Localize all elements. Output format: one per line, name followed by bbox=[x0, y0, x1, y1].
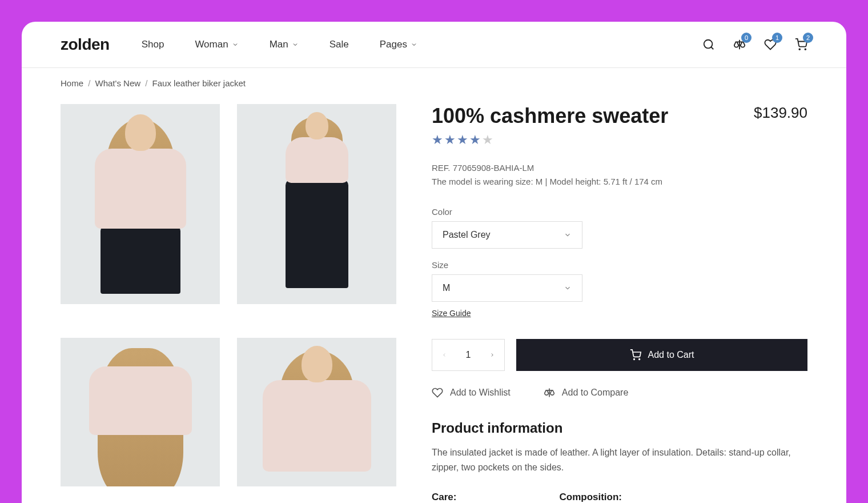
star-icon: ★ bbox=[432, 133, 444, 147]
product-description: The insulated jacket is made of leather.… bbox=[432, 445, 807, 474]
nav-sale[interactable]: Sale bbox=[329, 39, 349, 50]
product-price: $139.90 bbox=[754, 104, 807, 122]
chevron-left-icon bbox=[441, 351, 447, 359]
qty-decrease-button[interactable] bbox=[432, 340, 456, 370]
chevron-down-icon bbox=[232, 41, 239, 48]
color-label: Color bbox=[432, 207, 807, 217]
product-image-3[interactable] bbox=[61, 338, 220, 486]
nav-pages[interactable]: Pages bbox=[380, 39, 417, 50]
quantity-value: 1 bbox=[456, 350, 480, 360]
search-icon bbox=[702, 38, 715, 51]
star-icon: ★ bbox=[444, 133, 457, 147]
color-select[interactable]: Pastel Grey bbox=[432, 221, 582, 249]
secondary-actions: Add to Wishlist Add to Compare bbox=[432, 387, 807, 398]
content: 100% cashmere sweater $139.90 ★★★★★ REF.… bbox=[22, 98, 846, 503]
header: zolden Shop Woman Man Sale Pages bbox=[22, 22, 846, 68]
svg-point-0 bbox=[704, 40, 713, 49]
breadcrumb-home[interactable]: Home bbox=[61, 78, 83, 88]
composition-label: Composition: bbox=[559, 492, 622, 503]
svg-point-3 bbox=[805, 49, 806, 50]
nav-sale-label: Sale bbox=[329, 39, 349, 50]
chevron-down-icon bbox=[292, 41, 299, 48]
product-gallery bbox=[61, 104, 396, 503]
rating-stars[interactable]: ★★★★★ bbox=[432, 133, 807, 147]
cart-badge: 2 bbox=[803, 33, 813, 43]
wishlist-button[interactable]: 1 bbox=[764, 38, 777, 51]
info-columns: Care: Composition: bbox=[432, 492, 807, 503]
chevron-down-icon bbox=[564, 231, 572, 239]
action-row: 1 Add to Cart bbox=[432, 339, 807, 371]
product-meta: REF. 77065908-BAHIA-LM The model is wear… bbox=[432, 161, 807, 189]
nav-pages-label: Pages bbox=[380, 39, 407, 50]
logo[interactable]: zolden bbox=[61, 35, 110, 54]
cart-icon bbox=[630, 349, 641, 361]
breadcrumb: Home / What's New / Faux leather biker j… bbox=[22, 68, 846, 98]
size-value: M bbox=[443, 283, 450, 293]
nav-shop[interactable]: Shop bbox=[142, 39, 164, 50]
header-icons: 0 1 2 bbox=[702, 38, 807, 51]
product-image-4[interactable] bbox=[237, 338, 396, 486]
svg-point-2 bbox=[799, 49, 800, 50]
chevron-down-icon bbox=[411, 41, 417, 48]
add-to-cart-label: Add to Cart bbox=[648, 350, 694, 360]
svg-point-5 bbox=[638, 359, 640, 360]
star-icon: ★ bbox=[457, 133, 469, 147]
add-to-wishlist-label: Add to Wishlist bbox=[450, 388, 511, 398]
star-icon: ★ bbox=[469, 133, 482, 147]
product-image-2[interactable] bbox=[237, 104, 396, 304]
svg-line-1 bbox=[711, 47, 713, 49]
heart-icon bbox=[432, 387, 443, 398]
quantity-stepper: 1 bbox=[432, 339, 505, 371]
product-model-info: The model is wearing size: M | Model hei… bbox=[432, 175, 807, 189]
nav-woman[interactable]: Woman bbox=[195, 39, 238, 50]
product-ref: REF. 77065908-BAHIA-LM bbox=[432, 161, 807, 175]
color-value: Pastel Grey bbox=[443, 230, 491, 240]
chevron-right-icon bbox=[489, 351, 495, 359]
product-image-1[interactable] bbox=[61, 104, 220, 304]
nav-man-label: Man bbox=[270, 39, 288, 50]
breadcrumb-current: Faux leather biker jacket bbox=[152, 78, 246, 88]
add-to-wishlist-button[interactable]: Add to Wishlist bbox=[432, 387, 511, 398]
cart-button[interactable]: 2 bbox=[795, 38, 807, 51]
star-icon: ★ bbox=[482, 133, 495, 147]
breadcrumb-separator: / bbox=[88, 78, 90, 88]
nav-woman-label: Woman bbox=[195, 39, 228, 50]
compare-button[interactable]: 0 bbox=[733, 38, 746, 51]
nav-man[interactable]: Man bbox=[270, 39, 299, 50]
product-details: 100% cashmere sweater $139.90 ★★★★★ REF.… bbox=[432, 104, 807, 503]
size-guide-link[interactable]: Size Guide bbox=[432, 309, 471, 318]
add-to-compare-label: Add to Compare bbox=[562, 388, 629, 398]
svg-point-4 bbox=[633, 359, 634, 360]
size-select[interactable]: M bbox=[432, 274, 582, 302]
main-nav: Shop Woman Man Sale Pages bbox=[142, 39, 417, 50]
add-to-cart-button[interactable]: Add to Cart bbox=[516, 339, 807, 371]
product-info-title: Product information bbox=[432, 420, 807, 436]
scales-icon bbox=[544, 387, 555, 398]
qty-increase-button[interactable] bbox=[480, 340, 504, 370]
care-label: Care: bbox=[432, 492, 456, 503]
add-to-compare-button[interactable]: Add to Compare bbox=[544, 387, 629, 398]
compare-badge: 0 bbox=[741, 33, 752, 43]
breadcrumb-separator: / bbox=[145, 78, 147, 88]
wishlist-badge: 1 bbox=[772, 33, 782, 43]
chevron-down-icon bbox=[564, 284, 572, 292]
size-label: Size bbox=[432, 260, 807, 270]
nav-shop-label: Shop bbox=[142, 39, 164, 50]
search-button[interactable] bbox=[702, 38, 715, 51]
app-window: zolden Shop Woman Man Sale Pages bbox=[22, 22, 846, 503]
product-title: 100% cashmere sweater bbox=[432, 104, 668, 128]
breadcrumb-whatsnew[interactable]: What's New bbox=[95, 78, 141, 88]
